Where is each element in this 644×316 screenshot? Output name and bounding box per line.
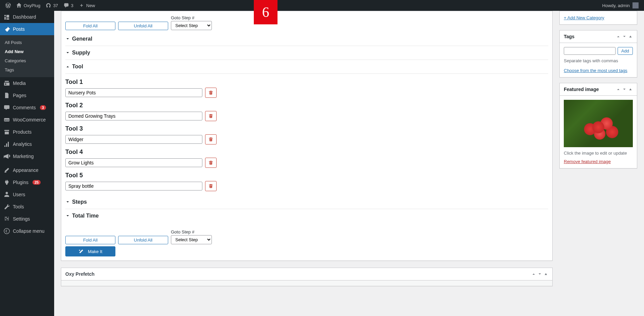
dashboard-icon bbox=[3, 14, 10, 20]
section-general[interactable]: General bbox=[65, 36, 548, 42]
plus-icon bbox=[79, 3, 84, 8]
unfold-all-button-bottom[interactable]: Unfold All bbox=[118, 236, 168, 244]
sidebar-item-woocommerce[interactable]: woo WooCommerce bbox=[0, 114, 54, 126]
delete-tool-button[interactable] bbox=[205, 134, 217, 144]
sidebar-item-plugins[interactable]: Plugins 25 bbox=[0, 176, 54, 188]
tags-box: Tags Add Separate tags with commas Choos… bbox=[559, 30, 637, 77]
sidebar-item-collapse[interactable]: Collapse menu bbox=[0, 225, 54, 237]
sidebar-item-appearance[interactable]: Appearance bbox=[0, 164, 54, 176]
section-tool[interactable]: Tool bbox=[65, 64, 548, 70]
tool-input-2[interactable] bbox=[65, 112, 202, 120]
submenu-all-posts[interactable]: All Posts bbox=[0, 38, 54, 47]
add-new-category-link[interactable]: + Add New Category bbox=[564, 15, 604, 20]
goto-step-label: Goto Step # bbox=[171, 15, 212, 20]
tool-input-1[interactable] bbox=[65, 88, 202, 97]
add-tag-button[interactable]: Add bbox=[618, 47, 633, 55]
trash-icon bbox=[208, 184, 213, 188]
comments-link[interactable]: 3 bbox=[61, 0, 76, 11]
svg-text:woo: woo bbox=[4, 119, 9, 121]
chevron-up-icon[interactable] bbox=[531, 272, 536, 276]
sidebar-item-marketing[interactable]: Marketing bbox=[0, 150, 54, 162]
sidebar-item-media[interactable]: Media bbox=[0, 77, 54, 89]
unfold-all-button[interactable]: Unfold All bbox=[118, 22, 168, 30]
admin-bar: OxyPlug 37 3 New Howdy, admin bbox=[0, 0, 644, 11]
plugins-badge: 25 bbox=[32, 180, 41, 185]
section-supply[interactable]: Supply bbox=[65, 50, 548, 56]
analytics-icon bbox=[3, 141, 10, 148]
updates-link[interactable]: 37 bbox=[43, 0, 61, 11]
sidebar-item-dashboard[interactable]: Dashboard bbox=[0, 11, 54, 23]
sidebar-item-analytics[interactable]: Analytics bbox=[0, 138, 54, 150]
triangle-up-icon[interactable] bbox=[628, 87, 633, 92]
choose-tags-link[interactable]: Choose from the most used tags bbox=[564, 68, 627, 73]
section-total-time[interactable]: Total Time bbox=[65, 213, 548, 219]
tool-input-3[interactable] bbox=[65, 135, 202, 144]
new-link[interactable]: New bbox=[76, 0, 98, 11]
tool-input-4[interactable] bbox=[65, 158, 202, 167]
sidebar-item-settings[interactable]: Settings bbox=[0, 213, 54, 225]
submenu-categories[interactable]: Categories bbox=[0, 56, 54, 65]
sidebar-item-tools[interactable]: Tools bbox=[0, 201, 54, 213]
tags-title: Tags bbox=[564, 34, 575, 39]
sidebar-item-products[interactable]: Products bbox=[0, 126, 54, 138]
featured-image-thumbnail[interactable] bbox=[564, 100, 633, 147]
sidebar-item-posts[interactable]: Posts bbox=[0, 23, 54, 35]
chevron-up-icon bbox=[65, 64, 70, 69]
oxy-title: Oxy Prefetch bbox=[65, 271, 94, 277]
chevron-up-icon[interactable] bbox=[616, 87, 621, 92]
collapse-icon bbox=[3, 228, 10, 234]
products-icon bbox=[3, 129, 10, 135]
delete-tool-button[interactable] bbox=[205, 158, 217, 168]
tags-input[interactable] bbox=[564, 47, 616, 55]
submenu-tags[interactable]: Tags bbox=[0, 65, 54, 74]
tool-entry-3: Tool 3 bbox=[65, 125, 548, 144]
howto-metabox: Fold All Unfold All Goto Step # Select S… bbox=[61, 11, 553, 261]
tool-entry-1: Tool 1 bbox=[65, 78, 548, 98]
goto-step-select-bottom[interactable]: Select Step bbox=[171, 235, 212, 244]
triangle-up-icon[interactable] bbox=[628, 34, 633, 39]
home-icon bbox=[16, 3, 22, 8]
section-steps[interactable]: Steps bbox=[65, 199, 548, 205]
avatar[interactable] bbox=[632, 2, 639, 8]
delete-tool-button[interactable] bbox=[205, 88, 217, 98]
tool-entry-2: Tool 2 bbox=[65, 102, 548, 121]
site-name-link[interactable]: OxyPlug bbox=[14, 0, 43, 11]
delete-tool-button[interactable] bbox=[205, 111, 217, 121]
chevron-down-icon[interactable] bbox=[622, 34, 627, 39]
chevron-down-icon[interactable] bbox=[622, 87, 627, 92]
sidebar-item-pages[interactable]: Pages bbox=[0, 89, 54, 101]
wp-logo[interactable] bbox=[3, 0, 14, 11]
pages-icon bbox=[3, 92, 10, 99]
chevron-down-icon[interactable] bbox=[537, 272, 542, 276]
top-controls: Fold All Unfold All Goto Step # Select S… bbox=[65, 15, 548, 30]
fold-all-button[interactable]: Fold All bbox=[65, 22, 115, 30]
triangle-up-icon[interactable] bbox=[543, 272, 548, 276]
oxy-prefetch-box: Oxy Prefetch bbox=[61, 268, 553, 286]
featured-help: Click the image to edit or update bbox=[564, 151, 633, 156]
tools-icon bbox=[3, 203, 10, 210]
posts-submenu: All Posts Add New Categories Tags bbox=[0, 35, 54, 77]
chevron-down-icon bbox=[65, 213, 70, 218]
updates-count: 37 bbox=[53, 3, 58, 8]
comments-icon bbox=[3, 104, 10, 111]
tool-label: Tool 5 bbox=[65, 172, 548, 179]
chevron-down-icon bbox=[65, 37, 70, 41]
goto-step-select[interactable]: Select Step bbox=[171, 21, 212, 30]
new-label: New bbox=[86, 3, 95, 8]
step-badge: 6 bbox=[254, 0, 277, 24]
chevron-up-icon[interactable] bbox=[616, 34, 621, 39]
sidebar-item-comments[interactable]: Comments 3 bbox=[0, 101, 54, 114]
remove-featured-link[interactable]: Remove featured image bbox=[564, 159, 611, 164]
submenu-add-new[interactable]: Add New bbox=[0, 47, 54, 56]
featured-title: Featured image bbox=[564, 87, 599, 92]
howdy-text[interactable]: Howdy, admin bbox=[602, 3, 630, 8]
sidebar-item-users[interactable]: Users bbox=[0, 188, 54, 201]
tool-input-5[interactable] bbox=[65, 182, 202, 190]
update-icon bbox=[46, 3, 51, 8]
fold-all-button-bottom[interactable]: Fold All bbox=[65, 236, 115, 244]
trash-icon bbox=[208, 160, 213, 165]
delete-tool-button[interactable] bbox=[205, 181, 217, 191]
comments-badge: 3 bbox=[40, 105, 46, 110]
users-icon bbox=[3, 191, 10, 198]
make-it-button[interactable]: Make It bbox=[65, 246, 115, 256]
